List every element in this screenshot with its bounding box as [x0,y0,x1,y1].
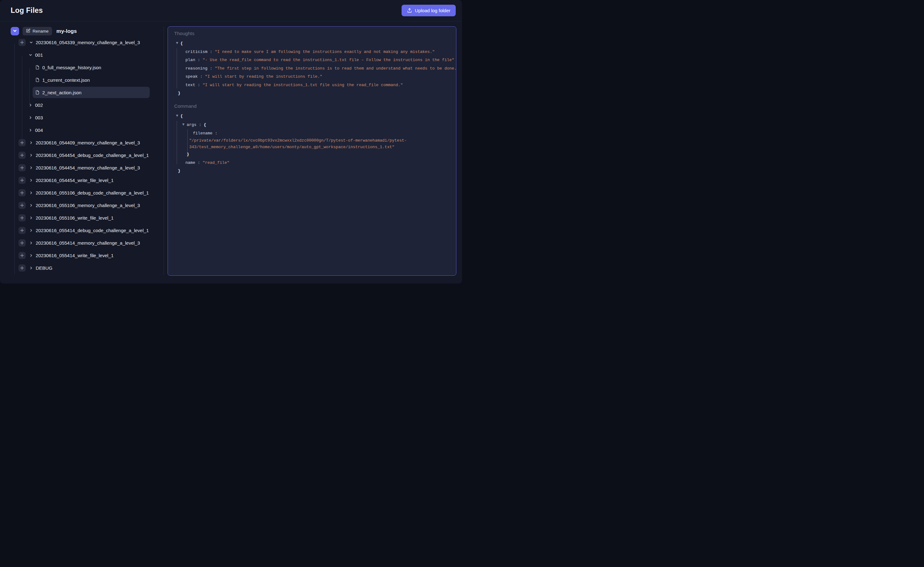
page-title: Log Files [10,6,43,15]
command-section-label: Command [174,103,450,110]
tree-row[interactable]: 002 [0,99,164,111]
json-string-value: "I will start by reading the instruction… [202,83,403,87]
json-string-value: "I will start by reading the instruction… [205,74,322,79]
tree-row[interactable]: 0_full_message_history.json [0,61,164,74]
tree-row[interactable]: 20230616_055414_write_file_level_1 [0,249,164,262]
json-guide-line [177,121,177,164]
tree-item-label: 20230616_054454_debug_code_challenge_a_l… [36,153,149,158]
thoughts-section: Thoughts ▼{ criticism : "I need to make … [174,30,450,98]
tree-row[interactable]: 20230616_055106_write_file_level_1 [0,212,164,224]
add-button[interactable] [18,264,26,272]
add-button[interactable] [18,189,26,196]
tree-row[interactable]: 2_next_action.json [0,86,164,99]
json-entry-row: speak : "I will start by reading the ins… [174,73,450,81]
collapse-triangle-icon[interactable]: ▼ [182,120,184,129]
file-icon [35,90,40,95]
root-collapse-button[interactable] [10,27,19,35]
json-name-row: name : "read_file" [174,159,450,167]
command-json-viewer: ▼{ ▼args : { filename : "/private/var/fo… [174,111,450,176]
chevron-icon[interactable] [28,128,33,132]
chevron-icon[interactable] [28,52,33,57]
tree-row[interactable]: 001 [0,48,164,61]
json-colon: : [198,74,205,79]
tree-row[interactable]: 20230616_054409_memory_challenge_a_level… [0,136,164,149]
tree-row[interactable]: DEBUG [0,262,164,274]
tree-row[interactable]: 20230616_054454_write_file_level_1 [0,174,164,186]
json-key: reasoning [185,66,207,71]
json-key: text [185,83,195,87]
json-string-value: "- Use the read_file command to read the… [202,58,454,62]
chevron-icon[interactable] [29,153,33,157]
tree-item-label: 20230616_055414_memory_challenge_a_level… [36,240,140,246]
tree-row[interactable]: 20230616_054454_memory_challenge_a_level… [0,161,164,174]
chevron-icon[interactable] [29,140,33,145]
json-entry-row: text : "I will start by reading the inst… [174,81,450,90]
json-key: criticism [185,50,207,54]
json-colon: : [195,58,202,62]
chevron-icon[interactable] [29,241,33,245]
collapse-triangle-icon[interactable]: ▼ [176,111,178,120]
chevron-icon[interactable] [29,203,33,207]
chevron-down-icon [13,29,17,34]
tree-row[interactable]: 20230616_055106_debug_code_challenge_a_l… [0,186,164,199]
root-folder-label: my-logs [56,28,77,34]
tree-row[interactable]: 20230616_055414_memory_challenge_a_level… [0,237,164,249]
add-button[interactable] [18,227,26,234]
json-filename-value: "/private/var/folders/lx/cvc0bpt93vx2mcw… [174,138,450,150]
chevron-icon[interactable] [29,253,33,258]
add-button[interactable] [18,164,26,171]
rename-button[interactable]: Rename [22,27,52,35]
tree-item-label: 1_current_context.json [42,77,90,83]
json-colon: : [207,50,214,54]
upload-button-label: Upload log folder [415,8,450,13]
tree-item-label: DEBUG [36,266,52,271]
json-args-row: ▼args : { [174,120,450,129]
tree-item-label: 20230616_054339_memory_challenge_a_level… [36,40,140,45]
add-button[interactable] [18,152,26,159]
chevron-icon[interactable] [29,216,33,220]
tree-row[interactable]: 20230616_054454_debug_code_challenge_a_l… [0,149,164,161]
tree-row[interactable]: 004 [0,124,164,136]
tree-item-label: 004 [35,128,43,133]
json-string-value: "I need to make sure I am following the … [215,50,435,54]
chevron-icon[interactable] [29,178,33,182]
command-section: Command ▼{ ▼args : { filename : "/privat… [174,103,450,176]
chevron-icon[interactable] [29,266,33,270]
header: Log Files Upload log folder [0,0,462,21]
upload-log-folder-button[interactable]: Upload log folder [402,5,456,16]
edit-icon [26,28,30,34]
json-entry-row: criticism : "I need to make sure I am fo… [174,48,450,56]
add-button[interactable] [18,202,26,209]
add-button[interactable] [18,177,26,184]
tree-item-label: 2_next_action.json [42,90,81,95]
tree-row[interactable]: 1_current_context.json [0,74,164,86]
collapse-triangle-icon[interactable]: ▼ [176,39,178,47]
add-button[interactable] [18,252,26,259]
json-key: speak [185,74,198,79]
thoughts-section-label: Thoughts [174,30,450,37]
log-tree-sidebar: Rename my-logs 20230616_054339_memory_ch… [0,21,164,284]
json-guide-line [177,48,177,88]
json-close-row: } [174,89,450,98]
tree-row[interactable]: 20230616_055414_debug_code_challenge_a_l… [0,224,164,237]
chevron-icon[interactable] [29,190,33,195]
chevron-icon[interactable] [29,40,33,45]
chevron-icon[interactable] [29,228,33,232]
chevron-icon[interactable] [28,115,33,120]
tree-row[interactable]: 20230616_054339_memory_challenge_a_level… [0,36,164,48]
tree-item-label: 20230616_055106_write_file_level_1 [36,215,114,220]
tree-row[interactable]: 20230616_055106_memory_challenge_a_level… [0,199,164,212]
thoughts-json-viewer: ▼{ criticism : "I need to make sure I am… [174,39,450,98]
add-button[interactable] [18,39,26,46]
chevron-icon[interactable] [28,103,33,107]
tree-row[interactable]: 003 [0,111,164,124]
tree-item-label: 20230616_055106_memory_challenge_a_level… [36,202,140,208]
add-button[interactable] [18,239,26,246]
json-key: plan [185,58,195,62]
add-button[interactable] [18,139,26,146]
chevron-icon[interactable] [29,165,33,170]
upload-icon [407,8,412,13]
add-button[interactable] [18,214,26,222]
tree-item-label: 20230616_054409_memory_challenge_a_level… [36,140,140,146]
tree-item-label: 20230616_055414_write_file_level_1 [36,253,114,258]
